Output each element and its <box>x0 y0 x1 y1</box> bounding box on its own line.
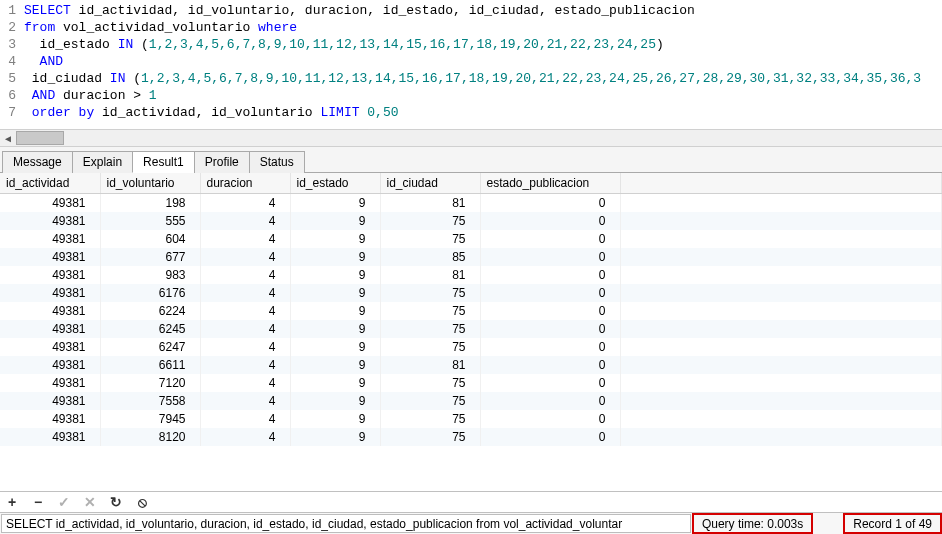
cell[interactable]: 49381 <box>0 320 100 338</box>
col-estado_publicacion[interactable]: estado_publicacion <box>480 173 620 194</box>
cell[interactable]: 4 <box>200 392 290 410</box>
cell[interactable]: 8120 <box>100 428 200 446</box>
cell[interactable]: 604 <box>100 230 200 248</box>
cell[interactable]: 49381 <box>0 428 100 446</box>
cell[interactable]: 75 <box>380 212 480 230</box>
cell[interactable]: 555 <box>100 212 200 230</box>
cell[interactable]: 9 <box>290 392 380 410</box>
cell[interactable]: 4 <box>200 212 290 230</box>
code[interactable]: SELECT id_actividad, id_voluntario, dura… <box>24 2 942 19</box>
cell[interactable]: 75 <box>380 374 480 392</box>
cell[interactable]: 0 <box>480 428 620 446</box>
cell[interactable]: 75 <box>380 392 480 410</box>
cell[interactable]: 49381 <box>0 284 100 302</box>
cell[interactable]: 0 <box>480 212 620 230</box>
editor-hscroll[interactable]: ◄ <box>0 129 942 147</box>
code[interactable]: AND duracion > 1 <box>24 87 942 104</box>
refresh-icon[interactable]: ↻ <box>108 494 124 510</box>
table-row[interactable]: 49381624549750 <box>0 320 942 338</box>
cell[interactable]: 49381 <box>0 410 100 428</box>
cell[interactable]: 81 <box>380 194 480 213</box>
code[interactable]: AND <box>24 53 942 70</box>
cell[interactable]: 4 <box>200 230 290 248</box>
cell[interactable]: 49381 <box>0 302 100 320</box>
cell[interactable]: 198 <box>100 194 200 213</box>
table-row[interactable]: 4938198349810 <box>0 266 942 284</box>
table-row[interactable]: 49381794549750 <box>0 410 942 428</box>
commit-icon[interactable]: ✓ <box>56 494 72 510</box>
cell[interactable]: 9 <box>290 194 380 213</box>
cell[interactable]: 0 <box>480 338 620 356</box>
cell[interactable]: 9 <box>290 374 380 392</box>
cell[interactable]: 75 <box>380 230 480 248</box>
cell[interactable]: 4 <box>200 356 290 374</box>
table-row[interactable]: 4938167749850 <box>0 248 942 266</box>
table-row[interactable]: 49381617649750 <box>0 284 942 302</box>
cell[interactable]: 9 <box>290 302 380 320</box>
table-row[interactable]: 49381624749750 <box>0 338 942 356</box>
cell[interactable]: 75 <box>380 320 480 338</box>
cell[interactable]: 7945 <box>100 410 200 428</box>
table-row[interactable]: 49381712049750 <box>0 374 942 392</box>
col-id_voluntario[interactable]: id_voluntario <box>100 173 200 194</box>
cell[interactable]: 0 <box>480 374 620 392</box>
cell[interactable]: 0 <box>480 230 620 248</box>
cell[interactable]: 4 <box>200 248 290 266</box>
cell[interactable]: 4 <box>200 302 290 320</box>
cell[interactable]: 0 <box>480 302 620 320</box>
code[interactable]: order by id_actividad, id_voluntario LIM… <box>24 104 942 121</box>
editor-line[interactable]: 2from vol_actividad_voluntario where <box>0 19 942 36</box>
cell[interactable]: 9 <box>290 338 380 356</box>
cell[interactable]: 49381 <box>0 212 100 230</box>
cell[interactable]: 9 <box>290 410 380 428</box>
tab-explain[interactable]: Explain <box>72 151 133 173</box>
cell[interactable]: 49381 <box>0 392 100 410</box>
table-row[interactable]: 49381661149810 <box>0 356 942 374</box>
cell[interactable]: 49381 <box>0 248 100 266</box>
cell[interactable]: 81 <box>380 266 480 284</box>
tab-result1[interactable]: Result1 <box>132 151 195 173</box>
cell[interactable]: 9 <box>290 428 380 446</box>
code[interactable]: from vol_actividad_voluntario where <box>24 19 942 36</box>
cell[interactable]: 9 <box>290 230 380 248</box>
cell[interactable]: 7120 <box>100 374 200 392</box>
cell[interactable]: 9 <box>290 266 380 284</box>
cell[interactable]: 49381 <box>0 266 100 284</box>
cell[interactable]: 49381 <box>0 338 100 356</box>
cell[interactable]: 0 <box>480 266 620 284</box>
table-row[interactable]: 49381622449750 <box>0 302 942 320</box>
cancel-icon[interactable]: ✕ <box>82 494 98 510</box>
result-grid[interactable]: id_actividadid_voluntarioduracionid_esta… <box>0 173 942 446</box>
cell[interactable]: 75 <box>380 428 480 446</box>
delete-row-icon[interactable]: − <box>30 494 46 510</box>
cell[interactable]: 9 <box>290 320 380 338</box>
cell[interactable]: 49381 <box>0 194 100 213</box>
cell[interactable]: 75 <box>380 302 480 320</box>
cell[interactable]: 4 <box>200 284 290 302</box>
cell[interactable]: 0 <box>480 320 620 338</box>
cell[interactable]: 4 <box>200 320 290 338</box>
cell[interactable]: 0 <box>480 194 620 213</box>
cell[interactable]: 9 <box>290 212 380 230</box>
table-row[interactable]: 4938119849810 <box>0 194 942 213</box>
cell[interactable]: 677 <box>100 248 200 266</box>
col-id_actividad[interactable]: id_actividad <box>0 173 100 194</box>
editor-line[interactable]: 1SELECT id_actividad, id_voluntario, dur… <box>0 2 942 19</box>
table-row[interactable]: 49381812049750 <box>0 428 942 446</box>
col-id_estado[interactable]: id_estado <box>290 173 380 194</box>
cell[interactable]: 0 <box>480 410 620 428</box>
editor-line[interactable]: 4 AND <box>0 53 942 70</box>
stop-icon[interactable]: ⦸ <box>134 494 150 510</box>
code[interactable]: id_ciudad IN (1,2,3,4,5,6,7,8,9,10,11,12… <box>24 70 942 87</box>
cell[interactable]: 4 <box>200 374 290 392</box>
tab-message[interactable]: Message <box>2 151 73 173</box>
table-row[interactable]: 4938155549750 <box>0 212 942 230</box>
table-row[interactable]: 4938160449750 <box>0 230 942 248</box>
cell[interactable]: 6245 <box>100 320 200 338</box>
cell[interactable]: 4 <box>200 428 290 446</box>
tab-profile[interactable]: Profile <box>194 151 250 173</box>
col-duracion[interactable]: duracion <box>200 173 290 194</box>
cell[interactable]: 75 <box>380 410 480 428</box>
col-id_ciudad[interactable]: id_ciudad <box>380 173 480 194</box>
editor-line[interactable]: 6 AND duracion > 1 <box>0 87 942 104</box>
